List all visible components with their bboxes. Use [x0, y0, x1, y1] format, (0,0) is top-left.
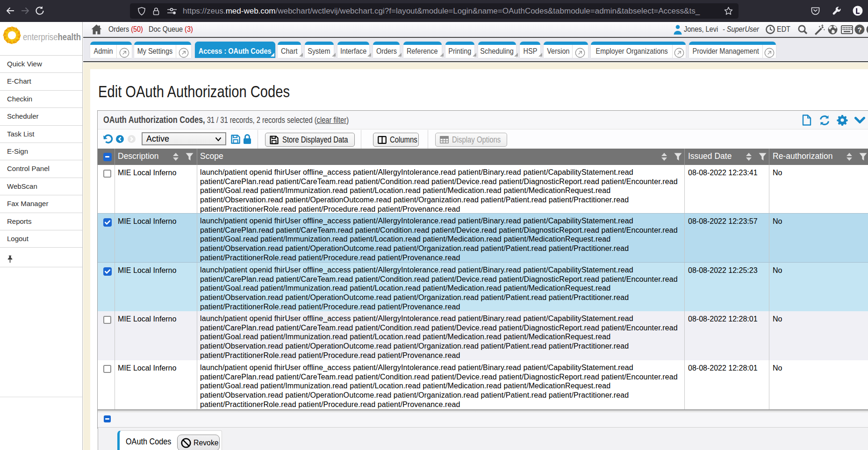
svg-text:?: ? [857, 26, 861, 34]
